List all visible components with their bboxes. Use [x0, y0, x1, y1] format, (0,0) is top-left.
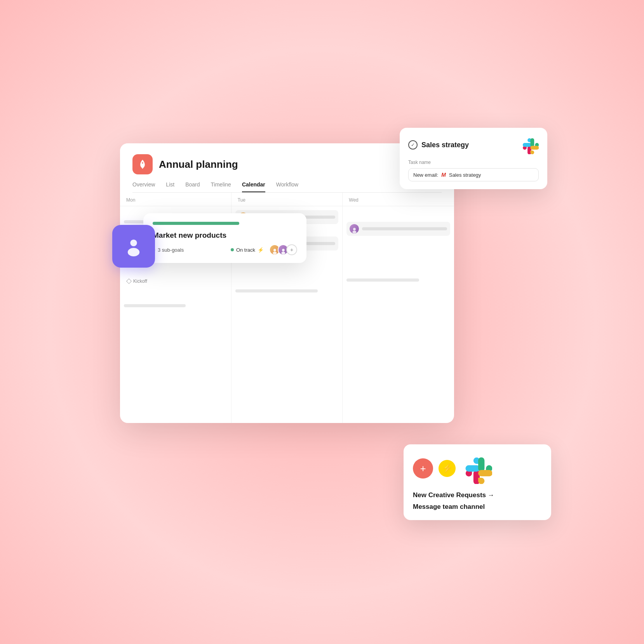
svg-point-8 — [273, 249, 276, 252]
sales-popup: ✓ Sales strategy Task name New email: M … — [400, 128, 547, 189]
project-title: Annual planning — [159, 158, 238, 171]
slack-logo-header — [520, 136, 539, 154]
svg-point-7 — [128, 248, 139, 256]
goal-progress-bar — [153, 222, 239, 225]
tab-workflow[interactable]: Workflow — [276, 181, 298, 192]
svg-point-11 — [281, 252, 285, 254]
goal-status: On track ⚡ — [231, 247, 264, 253]
task-link: Sales strategy — [449, 172, 481, 178]
integration-text: New Creative Requests → Message team cha… — [413, 490, 542, 512]
status-text: On track — [236, 247, 255, 253]
project-icon — [132, 154, 153, 174]
integration-icons-row: + ⚡ — [413, 453, 542, 484]
wed-content — [343, 206, 454, 285]
tab-board[interactable]: Board — [185, 181, 200, 192]
sales-title: Sales strategy — [421, 141, 469, 149]
tab-timeline[interactable]: Timeline — [211, 181, 231, 192]
cal-header-mon: Mon — [120, 193, 231, 206]
lightning-button[interactable]: ⚡ — [439, 460, 456, 477]
tab-overview[interactable]: Overview — [132, 181, 155, 192]
svg-point-5 — [352, 231, 356, 233]
avatar-group: + — [269, 244, 297, 255]
integration-card: + ⚡ New Creative Requests → Message team… — [404, 444, 551, 520]
add-button[interactable]: + — [413, 458, 433, 479]
tab-calendar[interactable]: Calendar — [242, 181, 265, 192]
cal-col-wed: Wed — [343, 193, 454, 423]
svg-point-6 — [130, 240, 137, 246]
milestone-label: Kickoff — [133, 278, 147, 284]
wed-event-1 — [346, 222, 450, 236]
rocket-icon — [137, 159, 148, 170]
nav-tabs: Overview List Board Timeline Calendar Wo… — [132, 181, 442, 193]
avatar-add-btn[interactable]: + — [286, 244, 297, 255]
lightning-icon: ⚡ — [258, 247, 264, 253]
tab-list[interactable]: List — [166, 181, 174, 192]
integration-subtitle: Message team channel — [413, 502, 542, 512]
cal-header-tue: Tue — [231, 193, 343, 206]
wed-bar-bottom — [346, 278, 419, 282]
svg-point-10 — [282, 249, 285, 252]
milestone-row: Kickoff — [124, 276, 227, 286]
goal-footer: ▶ 3 sub-goals On track ⚡ — [153, 244, 297, 255]
avatar-3 — [350, 224, 359, 233]
subgoals-text: 3 sub-goals — [158, 247, 184, 253]
task-value-text: New email: — [413, 172, 438, 178]
subgoals-label: ▶ 3 sub-goals — [153, 247, 184, 253]
scene: Annual planning Overview List Board Time… — [89, 108, 555, 536]
gmail-icon: M — [441, 172, 446, 178]
tue-bar-bottom — [235, 289, 318, 292]
milestone-diamond — [126, 278, 132, 284]
check-circle-icon: ✓ — [408, 140, 418, 150]
status-dot — [231, 248, 234, 251]
person-icon — [124, 236, 144, 256]
sales-popup-header: ✓ Sales strategy — [408, 136, 539, 154]
person-card — [112, 225, 155, 268]
goal-title-row: Market new products — [153, 231, 297, 240]
task-name-label: Task name — [408, 160, 539, 165]
goal-title: Market new products — [153, 231, 226, 240]
mon-bar-bottom — [124, 304, 186, 307]
task-field[interactable]: New email: M Sales strategy — [408, 168, 539, 181]
cal-header-wed: Wed — [343, 193, 454, 206]
svg-point-9 — [273, 252, 277, 254]
goal-right: On track ⚡ — [231, 244, 297, 255]
sales-title-row: ✓ Sales strategy — [408, 140, 469, 150]
svg-point-4 — [353, 228, 356, 231]
goal-card: Market new products ▶ 3 sub-goals On tra… — [143, 213, 306, 263]
slack-logo-integration — [461, 453, 492, 484]
project-title-row: Annual planning — [132, 154, 442, 174]
integration-title: New Creative Requests → — [413, 490, 542, 500]
wed-event-bar — [362, 227, 447, 230]
